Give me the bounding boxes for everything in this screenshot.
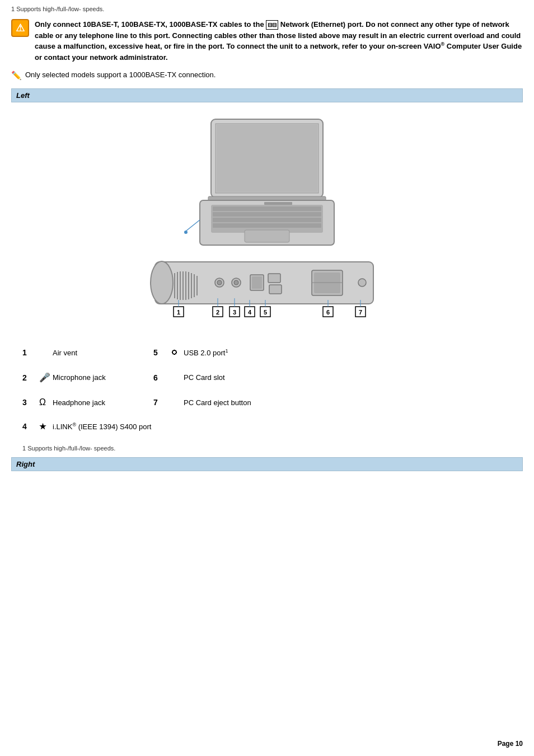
top-footnote: 1 Supports high-/full-/low- speeds. (11, 6, 523, 12)
svg-rect-39 (268, 274, 280, 283)
svg-rect-9 (213, 223, 321, 228)
warning-icon: ⚠ (11, 19, 29, 37)
svg-text:4: 4 (248, 309, 252, 316)
network-icon: ⊟⊟ (266, 20, 278, 30)
section-header-right: Right (11, 457, 523, 471)
spec-row-2: 2 🎤 Microphone jack 6 PC Card slot (22, 368, 512, 387)
svg-rect-2 (217, 125, 317, 192)
warning-text: Only connect 10BASE-T, 100BASE-TX, 1000B… (35, 19, 523, 63)
spec-label-6: PC Card slot (184, 373, 225, 382)
note-icon: ✏️ (11, 71, 22, 81)
spec-num-6: 6 (153, 373, 170, 382)
svg-point-13 (184, 231, 188, 234)
svg-rect-6 (213, 206, 321, 211)
spec-label-2: Microphone jack (53, 373, 153, 382)
svg-point-32 (234, 280, 238, 285)
diagram-container: 1 2 3 4 5 (11, 108, 523, 332)
port-diagram: 1 2 3 4 5 (138, 253, 396, 326)
svg-text:3: 3 (233, 309, 236, 316)
warning-bold: Only connect 10BASE-T, 100BASE-TX, 1000B… (35, 20, 522, 62)
svg-point-15 (151, 261, 173, 304)
svg-rect-8 (213, 218, 321, 222)
spec-num-4: 4 (22, 422, 39, 431)
spec-label-1: Air vent (53, 349, 153, 357)
svg-text:6: 6 (326, 309, 330, 316)
spec-icon-5: ⭘ (170, 348, 184, 358)
svg-rect-40 (269, 285, 282, 294)
svg-text:1: 1 (177, 309, 180, 316)
svg-point-28 (217, 280, 222, 285)
warning-box: ⚠ Only connect 10BASE-T, 100BASE-TX, 100… (11, 19, 523, 63)
page-number: Page 10 (498, 740, 523, 748)
svg-text:5: 5 (264, 309, 267, 316)
svg-rect-7 (213, 212, 321, 217)
note-line: ✏️ Only selected models support a 1000BA… (11, 71, 523, 81)
svg-point-48 (358, 279, 366, 287)
spec-num-3: 3 (22, 398, 39, 407)
spec-num-7: 7 (153, 398, 170, 407)
svg-text:2: 2 (216, 309, 219, 316)
note-text: Only selected models support a 1000BASE-… (25, 71, 216, 79)
spec-row-3: 3 Ω Headphone jack 7 PC Card eject butto… (22, 393, 512, 412)
spec-label-7: PC Card eject button (184, 398, 251, 407)
spec-icon-3: Ω (39, 397, 53, 407)
spec-label-4: i.LINK® (IEEE 1394) S400 port (53, 422, 153, 431)
spec-label-3: Headphone jack (53, 398, 153, 407)
bottom-footnote: 1 Supports high-/full-/low- speeds. (11, 445, 523, 452)
pccard-slot: 6 (312, 270, 343, 317)
laptop-illustration (177, 114, 357, 259)
spec-row-1: 1 Air vent 5 ⭘ USB 2.0 port1 (22, 343, 512, 362)
spec-label-5: USB 2.0 port1 (184, 348, 228, 357)
spec-row-4: 4 ★ i.LINK® (IEEE 1394) S400 port (22, 417, 512, 435)
specs-container: 1 Air vent 5 ⭘ USB 2.0 port1 2 🎤 Microph… (11, 343, 523, 435)
spec-icon-2: 🎤 (39, 372, 53, 383)
svg-rect-11 (264, 202, 292, 205)
svg-line-12 (186, 220, 200, 231)
svg-text:7: 7 (359, 309, 362, 316)
spec-icon-4: ★ (39, 422, 53, 431)
spec-num-5: 5 (153, 348, 170, 357)
svg-rect-10 (245, 230, 289, 242)
section-header-left: Left (11, 88, 523, 102)
spec-num-1: 1 (22, 348, 39, 357)
svg-rect-36 (252, 276, 262, 289)
spec-num-2: 2 (22, 373, 39, 382)
